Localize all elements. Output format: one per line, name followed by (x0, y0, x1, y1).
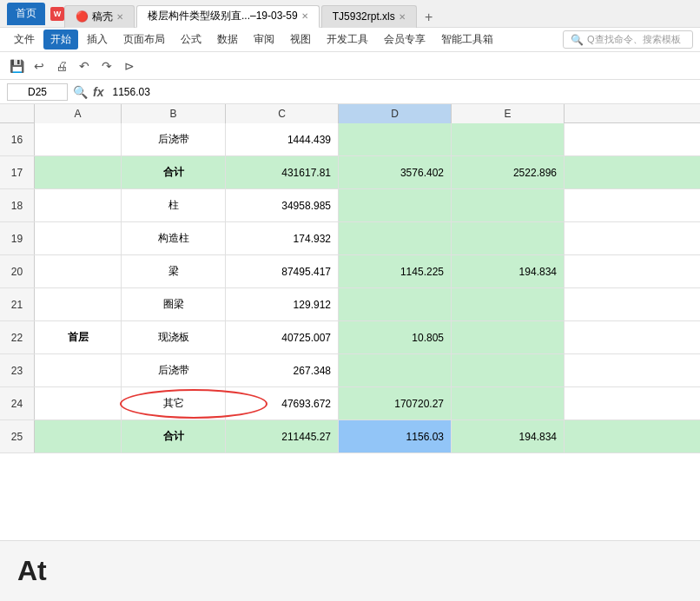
fx-icon: fx (93, 85, 103, 99)
cell-b-23[interactable]: 后浇带 (122, 354, 226, 386)
menu-review[interactable]: 审阅 (247, 30, 281, 50)
cell-a-23[interactable] (35, 354, 122, 386)
cell-d-24[interactable]: 170720.27 (339, 387, 452, 419)
cell-b-17[interactable]: 合计 (122, 156, 226, 188)
col-header-a[interactable]: A (35, 104, 122, 123)
cell-e-21[interactable] (452, 288, 565, 320)
tab-caoke[interactable]: 🔴 稿壳 ✕ (64, 5, 135, 28)
cell-e-24[interactable] (452, 387, 565, 419)
cell-d-25[interactable]: 1156.03 (339, 420, 452, 452)
cell-a-20[interactable] (35, 255, 122, 287)
cell-a-24[interactable] (35, 387, 122, 419)
cell-e-18[interactable] (452, 189, 565, 221)
menu-insert[interactable]: 插入 (80, 30, 115, 50)
cell-e-23[interactable] (452, 354, 565, 386)
formula-input[interactable] (109, 84, 693, 100)
cell-d-19[interactable] (339, 222, 452, 254)
col-headers: A B C D E (0, 104, 700, 123)
cell-b-25[interactable]: 合计 (122, 420, 226, 452)
cell-d-21[interactable] (339, 288, 452, 320)
menu-home[interactable]: 开始 (43, 30, 78, 50)
cell-a-16[interactable] (35, 123, 122, 155)
cell-c-19[interactable]: 174.932 (226, 222, 339, 254)
cell-d-17[interactable]: 3576.402 (339, 156, 452, 188)
cell-a-21[interactable] (35, 288, 122, 320)
cell-c-25[interactable]: 211445.27 (226, 420, 339, 452)
cell-b-19[interactable]: 构造柱 (122, 222, 226, 254)
table-row: 17合计431617.813576.4022522.896 (0, 156, 700, 189)
toolbar-extra1[interactable]: ⊳ (120, 56, 139, 76)
col-header-d[interactable]: D (339, 104, 452, 123)
cell-c-22[interactable]: 40725.007 (226, 321, 339, 353)
menu-layout[interactable]: 页面布局 (116, 30, 172, 50)
tab-caoke-close[interactable]: ✕ (116, 12, 123, 22)
cell-a-17[interactable] (35, 156, 122, 188)
col-header-e[interactable]: E (452, 104, 565, 123)
table-row: 19构造柱174.932 (0, 222, 700, 255)
menu-tools[interactable]: 智能工具箱 (434, 30, 500, 50)
search-placeholder: Q查找命令、搜索模板 (587, 33, 681, 46)
formula-bar: 🔍 fx (0, 80, 700, 104)
menu-data[interactable]: 数据 (210, 30, 245, 50)
col-header-b[interactable]: B (122, 104, 226, 123)
toolbar-save[interactable]: 💾 (7, 56, 26, 76)
table-row: 24其它47693.672170720.27 (0, 387, 700, 420)
cell-b-24[interactable]: 其它 (122, 387, 226, 419)
row-header-16: 16 (0, 123, 35, 155)
cell-e-22[interactable] (452, 321, 565, 353)
cell-e-25[interactable]: 194.834 (452, 420, 565, 452)
cell-d-16[interactable] (339, 123, 452, 155)
home-tab[interactable]: 首页 (7, 3, 45, 25)
cell-a-22[interactable]: 首层 (35, 321, 122, 353)
cell-c-17[interactable]: 431617.81 (226, 156, 339, 188)
tab-rpt[interactable]: TJ5932rpt.xls ✕ (321, 5, 417, 28)
table-row: 25合计211445.271156.03194.834 (0, 420, 700, 453)
cell-c-20[interactable]: 87495.417 (226, 255, 339, 287)
bottom-text: At (17, 555, 47, 587)
cell-b-21[interactable]: 圈梁 (122, 288, 226, 320)
search-icon: 🔍 (571, 34, 584, 46)
cell-e-19[interactable] (452, 222, 565, 254)
cell-a-19[interactable] (35, 222, 122, 254)
toolbar-undo[interactable]: ↩ (30, 56, 49, 76)
menu-dev[interactable]: 开发工具 (320, 30, 375, 50)
tab-rpt-close[interactable]: ✕ (399, 12, 406, 22)
corner-cell (0, 104, 35, 122)
cell-d-20[interactable]: 1145.225 (339, 255, 452, 287)
new-tab-button[interactable]: + (419, 7, 439, 28)
search-box[interactable]: 🔍 Q查找命令、搜索模板 (563, 30, 693, 49)
cell-d-18[interactable] (339, 189, 452, 221)
cell-c-18[interactable]: 34958.985 (226, 189, 339, 221)
menu-formula[interactable]: 公式 (174, 30, 208, 50)
toolbar-undo2[interactable]: ↶ (75, 56, 94, 76)
cell-b-20[interactable]: 梁 (122, 255, 226, 287)
cell-b-18[interactable]: 柱 (122, 189, 226, 221)
cell-c-21[interactable]: 129.912 (226, 288, 339, 320)
tab-active-close[interactable]: ✕ (301, 11, 308, 21)
menu-view[interactable]: 视图 (283, 30, 318, 50)
menu-bar: 文件 开始 插入 页面布局 公式 数据 审阅 视图 开发工具 会员专享 智能工具… (0, 28, 700, 52)
row-header-21: 21 (0, 288, 35, 320)
cell-e-20[interactable]: 194.834 (452, 255, 565, 287)
toolbar-redo[interactable]: ↷ (97, 56, 116, 76)
cell-b-22[interactable]: 现浇板 (122, 321, 226, 353)
menu-member[interactable]: 会员专享 (377, 30, 433, 50)
cell-reference[interactable] (7, 83, 68, 101)
cell-e-17[interactable]: 2522.896 (452, 156, 565, 188)
cell-a-25[interactable] (35, 420, 122, 452)
cell-c-24[interactable]: 47693.672 (226, 387, 339, 419)
cell-d-23[interactable] (339, 354, 452, 386)
cell-c-16[interactable]: 1444.439 (226, 123, 339, 155)
col-header-c[interactable]: C (226, 104, 339, 123)
wps-logo: W (50, 7, 64, 21)
cell-d-22[interactable]: 10.805 (339, 321, 452, 353)
cell-b-16[interactable]: 后浇带 (122, 123, 226, 155)
cell-c-23[interactable]: 267.348 (226, 354, 339, 386)
menu-file[interactable]: 文件 (7, 30, 42, 50)
tab-active[interactable]: 楼层构件类型级别直...–19-03-59 ✕ (136, 5, 320, 28)
tab-caoke-label: 稿壳 (92, 10, 113, 24)
cell-e-16[interactable] (452, 123, 565, 155)
row-header-23: 23 (0, 354, 35, 386)
toolbar-print[interactable]: 🖨 (52, 56, 71, 76)
cell-a-18[interactable] (35, 189, 122, 221)
